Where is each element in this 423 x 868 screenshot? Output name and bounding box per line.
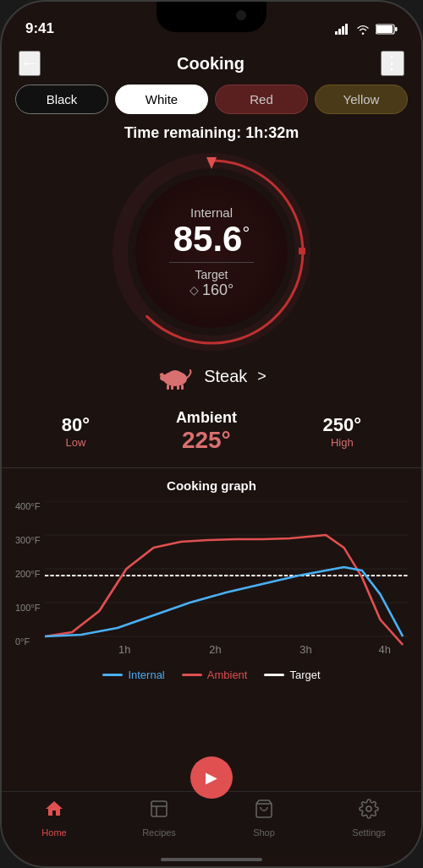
tab-black[interactable]: Black <box>15 85 108 114</box>
gauge-inner: Internal 85.6 ° Target ◇ 160° <box>135 176 288 328</box>
gauge-target-temp: ◇ 160° <box>190 281 233 299</box>
color-tabs: Black White Red Yellow <box>2 85 421 124</box>
svg-rect-0 <box>335 31 338 35</box>
legend-ambient: Ambient <box>182 669 248 681</box>
svg-rect-73 <box>151 801 167 816</box>
home-icon <box>44 799 64 824</box>
y-label-1: 100°F <box>15 603 40 613</box>
status-icons <box>335 24 398 35</box>
high-label: High <box>331 436 354 449</box>
gauge-temperature: 85.6 ° <box>173 221 250 257</box>
high-stat: 250° High <box>323 414 362 449</box>
svg-text:1h: 1h <box>119 644 131 656</box>
svg-rect-2 <box>342 26 344 35</box>
nav-recipes-label: Recipes <box>142 827 176 838</box>
low-stat: 80° Low <box>62 414 90 449</box>
recipes-icon <box>149 799 169 824</box>
graph-area: 1h 2h 3h 4h <box>45 501 408 662</box>
svg-rect-58 <box>171 385 173 390</box>
internal-legend-line <box>102 674 123 676</box>
time-remaining: Time remaining: 1h:32m <box>2 124 421 150</box>
ambient-stat: Ambient 225° <box>176 409 237 454</box>
food-arrow: > <box>257 368 266 385</box>
svg-rect-5 <box>376 25 393 33</box>
battery-icon <box>376 24 398 35</box>
tab-yellow[interactable]: Yellow <box>315 85 408 114</box>
cow-icon <box>157 362 194 390</box>
svg-text:4h: 4h <box>379 644 391 656</box>
internal-legend-label: Internal <box>128 669 164 681</box>
gauge-divider <box>169 262 254 263</box>
target-diamond-icon: ◇ <box>190 283 199 297</box>
nav-shop-label: Shop <box>253 827 275 838</box>
internal-line <box>45 567 403 636</box>
time-remaining-value: 1h:32m <box>245 124 299 141</box>
gauge-target-value: 160° <box>202 281 233 299</box>
status-time: 9:41 <box>25 20 54 37</box>
gauge-target-label: Target <box>195 268 228 281</box>
nav-settings-label: Settings <box>352 827 386 838</box>
low-label: Low <box>66 436 86 449</box>
ambient-legend-label: Ambient <box>207 669 248 681</box>
header: ← Cooking ⋮ <box>2 44 421 85</box>
temp-stats: 80° Low Ambient 225° 250° High <box>2 404 421 468</box>
settings-icon <box>359 799 379 824</box>
play-button[interactable]: ▶ <box>190 756 233 799</box>
svg-rect-57 <box>167 385 169 390</box>
ambient-title: Ambient <box>176 409 237 427</box>
food-label: Steak <box>204 367 247 386</box>
page-title: Cooking <box>177 54 244 74</box>
svg-rect-1 <box>338 29 341 35</box>
nav-home[interactable]: Home <box>29 799 80 838</box>
wifi-icon <box>355 24 371 35</box>
low-value: 80° <box>62 414 90 436</box>
gauge-temp-value: 85.6 <box>173 221 243 257</box>
graph-section: Cooking graph 0°F 100°F 200°F 300°F 400°… <box>2 468 421 791</box>
svg-rect-9 <box>299 248 305 254</box>
gauge-internal-label: Internal <box>190 205 233 220</box>
y-labels: 0°F 100°F 200°F 300°F 400°F <box>15 501 45 662</box>
nav-settings[interactable]: Settings <box>343 799 394 838</box>
high-value: 250° <box>323 414 362 436</box>
steak-row: Steak > <box>2 353 421 404</box>
y-label-0: 0°F <box>15 636 40 647</box>
svg-rect-3 <box>345 24 348 35</box>
back-button[interactable]: ← <box>19 51 41 76</box>
graph-legend: Internal Ambient Target <box>15 662 408 686</box>
graph-wrapper: 0°F 100°F 200°F 300°F 400°F <box>15 501 408 662</box>
tab-red[interactable]: Red <box>215 85 308 114</box>
svg-text:3h: 3h <box>300 644 312 656</box>
nav-recipes[interactable]: Recipes <box>134 799 184 838</box>
y-label-3: 300°F <box>15 535 40 545</box>
nav-home-label: Home <box>41 827 66 838</box>
svg-point-77 <box>366 806 371 811</box>
gauge-container: Internal 85.6 ° Target ◇ 160° <box>85 150 338 353</box>
svg-rect-60 <box>181 385 184 390</box>
svg-rect-59 <box>177 385 179 390</box>
graph-title: Cooking graph <box>15 478 408 493</box>
time-remaining-prefix: Time remaining: <box>124 124 246 141</box>
graph-svg: 1h 2h 3h 4h <box>45 501 408 662</box>
y-label-4: 400°F <box>15 501 40 511</box>
target-legend-line <box>264 674 284 676</box>
nav-shop[interactable]: Shop <box>239 799 289 838</box>
ambient-line <box>45 535 403 645</box>
bottom-nav: Home Recipes Shop Settings <box>2 791 421 854</box>
phone-frame: 9:41 ← Cooking <box>0 0 423 868</box>
svg-point-56 <box>168 370 182 380</box>
home-indicator <box>161 858 262 861</box>
y-label-2: 200°F <box>15 569 40 579</box>
more-button[interactable]: ⋮ <box>381 51 404 76</box>
svg-text:2h: 2h <box>210 644 222 656</box>
gauge-temp-unit: ° <box>242 221 250 243</box>
legend-target: Target <box>264 669 320 681</box>
notch <box>157 2 266 32</box>
camera <box>236 10 246 20</box>
tab-white[interactable]: White <box>115 85 208 114</box>
signal-icon <box>335 24 350 35</box>
play-icon: ▶ <box>206 768 217 787</box>
ambient-legend-line <box>182 674 202 676</box>
legend-internal: Internal <box>102 669 164 681</box>
target-legend-label: Target <box>289 669 320 681</box>
svg-rect-6 <box>395 27 398 31</box>
